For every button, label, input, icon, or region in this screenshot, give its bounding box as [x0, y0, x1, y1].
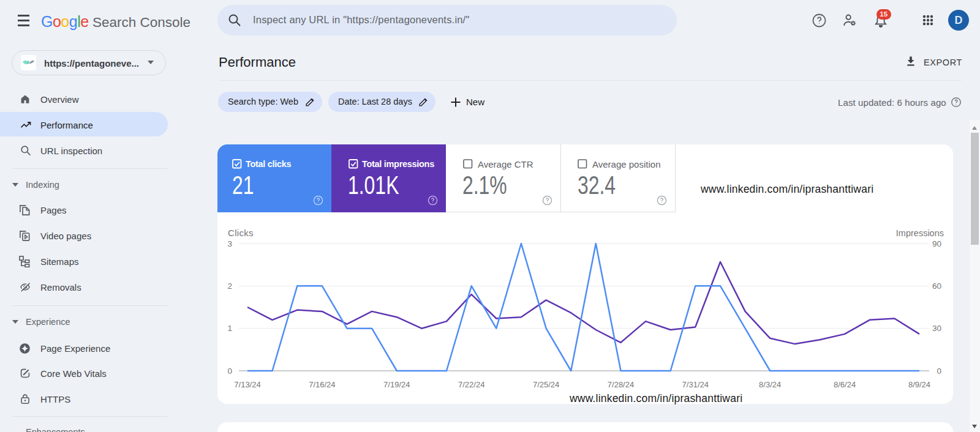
svg-text:0: 0	[937, 367, 941, 376]
svg-text:7/13/24: 7/13/24	[234, 380, 260, 389]
svg-text:Impressions: Impressions	[896, 228, 944, 238]
svg-text:8/6/24: 8/6/24	[834, 380, 856, 389]
svg-text:2: 2	[227, 281, 232, 291]
svg-text:Clicks: Clicks	[228, 228, 254, 238]
svg-text:3: 3	[227, 239, 232, 248]
svg-text:60: 60	[932, 281, 941, 291]
svg-text:8/3/24: 8/3/24	[759, 380, 781, 389]
svg-text:30: 30	[932, 324, 941, 333]
svg-text:7/16/24: 7/16/24	[309, 380, 335, 389]
svg-text:7/22/24: 7/22/24	[458, 380, 484, 389]
svg-text:7/25/24: 7/25/24	[533, 380, 559, 389]
svg-text:1: 1	[227, 324, 232, 333]
svg-text:0: 0	[227, 367, 232, 376]
svg-text:8/9/24: 8/9/24	[908, 380, 930, 389]
svg-text:7/31/24: 7/31/24	[682, 380, 709, 389]
svg-text:7/19/24: 7/19/24	[383, 380, 410, 389]
svg-text:90: 90	[932, 239, 941, 248]
svg-text:7/28/24: 7/28/24	[608, 380, 634, 389]
